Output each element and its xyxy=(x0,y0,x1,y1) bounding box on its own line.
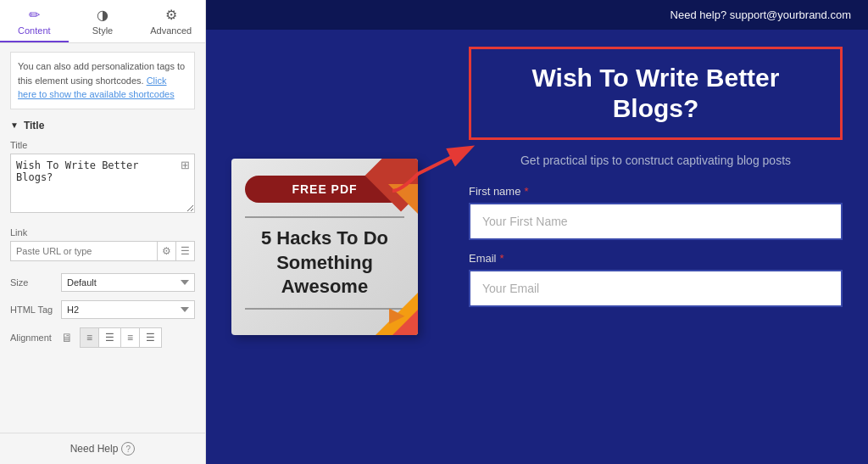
size-row: Size Default Small Medium Large xyxy=(10,273,195,292)
support-text: Need help? support@yourbrand.com xyxy=(670,8,851,21)
html-tag-select[interactable]: H1 H2 H3 H4 H5 H6 div span p xyxy=(61,300,195,319)
shape-top xyxy=(342,159,418,235)
html-tag-label: HTML Tag xyxy=(10,305,61,315)
main-title: Wish To Write Better Blogs? xyxy=(488,63,823,124)
subtitle: Get practical tips to construct captivat… xyxy=(469,152,843,170)
alignment-buttons: ≡ ☰ ≡ ☰ xyxy=(80,327,162,348)
tab-advanced[interactable]: ⚙ Advanced xyxy=(136,0,205,42)
link-field-label: Link xyxy=(10,227,195,238)
tab-style-label: Style xyxy=(92,25,113,36)
collapse-arrow[interactable]: ▼ xyxy=(10,120,19,130)
align-right-button[interactable]: ≡ xyxy=(121,328,140,347)
top-bar: Need help? support@yourbrand.com xyxy=(206,0,868,30)
align-center-button[interactable]: ☰ xyxy=(99,328,121,347)
email-label-row: Email * xyxy=(469,252,843,265)
tab-style[interactable]: ◑ Style xyxy=(69,0,137,42)
size-select[interactable]: Default Small Medium Large xyxy=(61,273,195,292)
link-settings-icon[interactable]: ⚙ xyxy=(157,242,175,260)
size-label: Size xyxy=(10,277,61,288)
title-field-label: Title xyxy=(10,140,195,150)
content-icon: ✏ xyxy=(29,7,40,23)
right-section: Need help? support@yourbrand.com FREE PD… xyxy=(206,0,868,464)
link-field-group: Link ⚙ ☰ xyxy=(10,227,195,261)
title-textarea-wrapper: ⊞ document.querySelector('[data-name="ti… xyxy=(10,154,195,215)
title-textarea[interactable] xyxy=(10,154,195,213)
email-label: Email xyxy=(469,252,497,265)
title-box: Wish To Write Better Blogs? xyxy=(469,47,843,140)
tab-advanced-label: Advanced xyxy=(150,25,192,36)
advanced-icon: ⚙ xyxy=(165,7,177,23)
panel-footer: Need Help ? xyxy=(0,433,205,464)
book-section: FREE PDF 5 Hacks To Do Something Awesome… xyxy=(206,30,443,464)
help-icon: ? xyxy=(121,442,135,456)
need-help-link[interactable]: Need Help ? xyxy=(70,442,136,456)
link-input-wrapper: ⚙ ☰ xyxy=(10,241,195,261)
alignment-label: Alignment xyxy=(10,333,61,343)
html-tag-row: HTML Tag H1 H2 H3 H4 H5 H6 div span p xyxy=(10,300,195,319)
align-justify-button[interactable]: ☰ xyxy=(140,328,161,347)
left-panel: ✏ Content ◑ Style ⚙ Advanced You can als… xyxy=(0,0,206,464)
main-content: FREE PDF 5 Hacks To Do Something Awesome… xyxy=(206,30,868,464)
email-required: * xyxy=(500,252,504,265)
device-icon: 🖥 xyxy=(61,331,73,344)
align-left-button[interactable]: ≡ xyxy=(81,328,99,347)
tab-content-label: Content xyxy=(18,25,51,36)
tab-content[interactable]: ✏ Content xyxy=(0,0,69,42)
firstname-required: * xyxy=(524,185,528,198)
info-box: You can also add personalization tags to… xyxy=(10,52,195,109)
orange-shape xyxy=(388,184,418,214)
panel-tabs: ✏ Content ◑ Style ⚙ Advanced xyxy=(0,0,205,43)
form-section: Wish To Write Better Blogs? Get practica… xyxy=(443,30,868,464)
firstname-label: First name xyxy=(469,185,520,198)
style-icon: ◑ xyxy=(97,7,108,23)
link-input[interactable] xyxy=(11,242,157,260)
need-help-text: Need Help xyxy=(70,443,119,455)
section-title-label: Title xyxy=(24,120,44,131)
book-cover: FREE PDF 5 Hacks To Do Something Awesome… xyxy=(231,159,418,335)
alignment-row: Alignment 🖥 ≡ ☰ ≡ ☰ xyxy=(10,327,195,348)
firstname-label-row: First name * xyxy=(469,185,843,198)
shape-bottom xyxy=(350,267,418,335)
email-input[interactable] xyxy=(469,270,843,307)
book-arrow: ▶ xyxy=(389,303,404,327)
title-section-header: ▼ Title xyxy=(10,120,195,131)
firstname-input[interactable] xyxy=(469,203,843,240)
title-field-group: Title ⊞ document.querySelector('[data-na… xyxy=(10,140,195,215)
panel-body: You can also add personalization tags to… xyxy=(0,43,205,433)
link-list-icon[interactable]: ☰ xyxy=(175,242,194,260)
textarea-icon[interactable]: ⊞ xyxy=(181,159,190,171)
